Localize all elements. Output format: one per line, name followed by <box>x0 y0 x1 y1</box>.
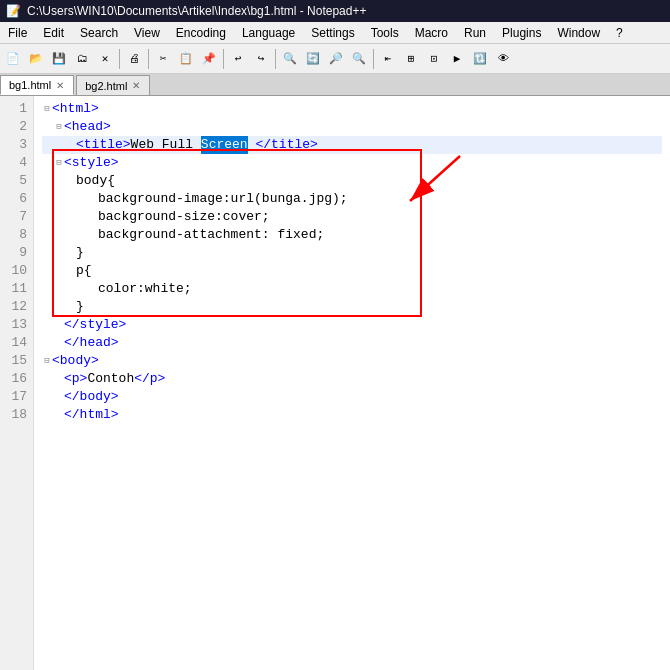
tag-body-open: <body> <box>52 352 99 370</box>
save-all-button[interactable]: 🗂 <box>71 48 93 70</box>
menu-edit[interactable]: Edit <box>35 24 72 42</box>
code-line-10: p{ <box>42 262 662 280</box>
title-text: C:\Users\WIN10\Documents\Artikel\Index\b… <box>27 4 366 18</box>
menu-help[interactable]: ? <box>608 24 631 42</box>
menu-language[interactable]: Language <box>234 24 303 42</box>
line-num-1: 1 <box>6 100 27 118</box>
line-num-7: 7 <box>6 208 27 226</box>
code-line-11: color:white; <box>42 280 662 298</box>
sync-button[interactable]: 🔃 <box>469 48 491 70</box>
menu-run[interactable]: Run <box>456 24 494 42</box>
menu-search[interactable]: Search <box>72 24 126 42</box>
line-num-2: 2 <box>6 118 27 136</box>
title-text-web: Web Full <box>131 136 201 154</box>
close-button[interactable]: ✕ <box>94 48 116 70</box>
line-num-15: 15 <box>6 352 27 370</box>
indent-button[interactable]: ⊞ <box>400 48 422 70</box>
line-num-4: 4 <box>6 154 27 172</box>
toolbar-misc-group: 🔍 🔄 🔎 🔍 <box>279 48 370 70</box>
fold-1[interactable]: ⊟ <box>42 100 52 118</box>
css-bg-size: background-size:cover; <box>98 208 270 226</box>
css-body-open: body{ <box>76 172 115 190</box>
tab-bg1-close[interactable]: ✕ <box>55 80 65 91</box>
code-line-17: </body> <box>42 388 662 406</box>
menu-tools[interactable]: Tools <box>363 24 407 42</box>
code-line-14: </head> <box>42 334 662 352</box>
code-line-1: ⊟ <html> <box>42 100 662 118</box>
tag-head-close: </head> <box>64 334 119 352</box>
menu-file[interactable]: File <box>0 24 35 42</box>
menu-plugins[interactable]: Plugins <box>494 24 549 42</box>
zoom-in-button[interactable]: 🔎 <box>325 48 347 70</box>
toolbar: 📄 📂 💾 🗂 ✕ 🖨 ✂ 📋 📌 ↩ ↪ 🔍 🔄 🔎 🔍 ⇤ ⊞ ⊡ ▶ 🔃 … <box>0 44 670 74</box>
selected-screen: Screen <box>201 136 248 154</box>
line-num-16: 16 <box>6 370 27 388</box>
new-button[interactable]: 📄 <box>2 48 24 70</box>
toolbar-print-group: 🖨 <box>123 48 145 70</box>
css-bg-attachment: background-attachment: fixed; <box>98 226 324 244</box>
open-button[interactable]: 📂 <box>25 48 47 70</box>
code-line-15: ⊟ <body> <box>42 352 662 370</box>
css-color: color:white; <box>98 280 192 298</box>
code-line-5: body{ <box>42 172 662 190</box>
tag-head-open: <head> <box>64 118 111 136</box>
fold-2[interactable]: ⊟ <box>54 118 64 136</box>
css-body-close: } <box>76 244 84 262</box>
toolbar-sep-1 <box>119 49 120 69</box>
toolbar-edit-group: ✂ 📋 📌 <box>152 48 220 70</box>
line-num-17: 17 <box>6 388 27 406</box>
title-text-close <box>248 136 256 154</box>
replace-button[interactable]: 🔄 <box>302 48 324 70</box>
code-line-13: </style> <box>42 316 662 334</box>
tag-body-close: </body> <box>64 388 119 406</box>
line-num-12: 12 <box>6 298 27 316</box>
tab-bg2[interactable]: bg2.html ✕ <box>76 75 150 95</box>
css-bg-image: background-image:url(bunga.jpg); <box>98 190 348 208</box>
tab-bar: bg1.html ✕ bg2.html ✕ <box>0 74 670 96</box>
toolbar-sep-2 <box>148 49 149 69</box>
title-bar: 📝 C:\Users\WIN10\Documents\Artikel\Index… <box>0 0 670 22</box>
run-button[interactable]: ▶ <box>446 48 468 70</box>
preview-button[interactable]: 👁 <box>492 48 514 70</box>
toolbar-undo-group: ↩ ↪ <box>227 48 272 70</box>
menu-view[interactable]: View <box>126 24 168 42</box>
undo-button[interactable]: ↩ <box>227 48 249 70</box>
tab-bg1[interactable]: bg1.html ✕ <box>0 75 74 95</box>
toolbar-view-group: ⇤ ⊞ ⊡ ▶ 🔃 👁 <box>377 48 514 70</box>
css-p-open: p{ <box>76 262 92 280</box>
macro-button[interactable]: ⊡ <box>423 48 445 70</box>
wrap-button[interactable]: ⇤ <box>377 48 399 70</box>
tag-title-close: </title> <box>255 136 317 154</box>
tag-p-close: </p> <box>134 370 165 388</box>
code-editor[interactable]: ⊟ <html> ⊟ <head> <title>Web Full Screen… <box>34 96 670 670</box>
copy-button[interactable]: 📋 <box>175 48 197 70</box>
menu-bar: File Edit Search View Encoding Language … <box>0 22 670 44</box>
menu-encoding[interactable]: Encoding <box>168 24 234 42</box>
tag-title-open: <title> <box>76 136 131 154</box>
code-line-12: } <box>42 298 662 316</box>
line-num-18: 18 <box>6 406 27 424</box>
line-num-11: 11 <box>6 280 27 298</box>
paste-button[interactable]: 📌 <box>198 48 220 70</box>
toolbar-file-group: 📄 📂 💾 🗂 ✕ <box>2 48 116 70</box>
print-button[interactable]: 🖨 <box>123 48 145 70</box>
cut-button[interactable]: ✂ <box>152 48 174 70</box>
save-button[interactable]: 💾 <box>48 48 70 70</box>
tag-html-open: <html> <box>52 100 99 118</box>
code-line-9: } <box>42 244 662 262</box>
code-line-18: </html> <box>42 406 662 424</box>
line-num-10: 10 <box>6 262 27 280</box>
zoom-out-button[interactable]: 🔍 <box>348 48 370 70</box>
menu-settings[interactable]: Settings <box>303 24 362 42</box>
redo-button[interactable]: ↪ <box>250 48 272 70</box>
line-num-6: 6 <box>6 190 27 208</box>
line-num-3: 3 <box>6 136 27 154</box>
fold-4[interactable]: ⊟ <box>54 154 64 172</box>
toolbar-sep-3 <box>223 49 224 69</box>
menu-window[interactable]: Window <box>549 24 608 42</box>
tab-bg2-close[interactable]: ✕ <box>131 80 141 91</box>
tab-bg1-label: bg1.html <box>9 79 51 91</box>
menu-macro[interactable]: Macro <box>407 24 456 42</box>
fold-15[interactable]: ⊟ <box>42 352 52 370</box>
find-button[interactable]: 🔍 <box>279 48 301 70</box>
